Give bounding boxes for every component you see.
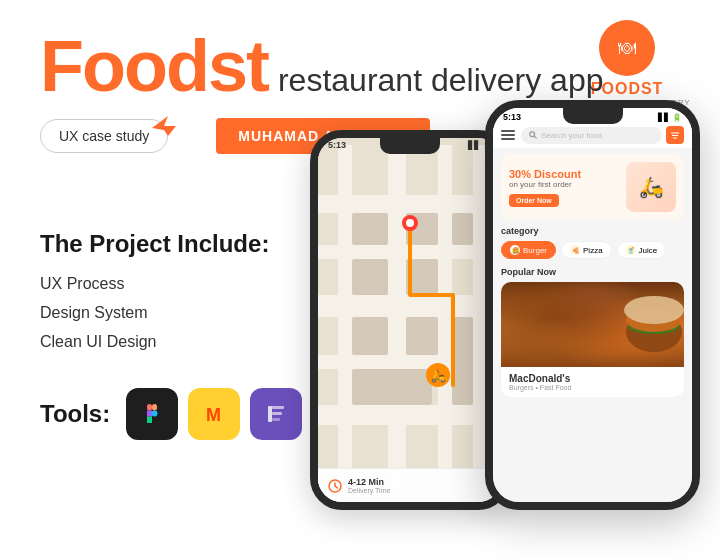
home-screen: 5:13 ▋▋ 🔋 Search your — [493, 108, 692, 502]
svg-rect-21 — [388, 145, 406, 495]
chip-juice[interactable]: 🥤 Juice — [617, 241, 667, 259]
menu-line-1 — [501, 130, 515, 132]
svg-rect-7 — [147, 417, 152, 424]
svg-rect-24 — [352, 213, 388, 245]
svg-point-6 — [152, 411, 158, 417]
battery-signal: ▋▋ 🔋 — [658, 113, 682, 122]
svg-line-41 — [534, 136, 536, 138]
svg-rect-4 — [152, 404, 157, 411]
discount-sub: on your first order — [509, 180, 581, 189]
svg-rect-32 — [452, 317, 473, 405]
status-time-front: 5:13 — [503, 112, 521, 122]
juice-icon-chip: 🥤 — [626, 245, 636, 255]
svg-rect-5 — [147, 411, 152, 417]
food-card-macdonalds[interactable]: MacDonald's Burgers • Fast Food — [501, 282, 684, 397]
arrow-icon — [152, 116, 176, 140]
discount-percent: 30% Discount — [509, 168, 581, 180]
map-svg: 🛵 — [318, 138, 502, 502]
svg-line-39 — [335, 486, 338, 488]
category-chips: 🍔 Burger 🍕 Pizza 🥤 Juice — [501, 241, 684, 259]
page-wrapper: 🍽 FOODST FAST FOOD . FAST DELIVERY Foods… — [0, 0, 720, 560]
pizza-icon-chip: 🍕 — [570, 245, 580, 255]
popular-label: Popular Now — [501, 267, 684, 277]
svg-rect-31 — [352, 369, 432, 405]
chip-burger[interactable]: 🍔 Burger — [501, 241, 556, 259]
discount-text-section: 30% Discount on your first order Order N… — [509, 168, 581, 207]
chip-juice-label: Juice — [639, 246, 658, 255]
svg-rect-30 — [452, 213, 473, 245]
restaurant-tags: Burgers • Fast Food — [509, 384, 676, 391]
menu-line-3 — [501, 138, 515, 140]
filter-icon[interactable] — [666, 126, 684, 144]
delivery-info: 4-12 Min Delivery Time — [328, 477, 492, 494]
filter-svg — [670, 130, 680, 140]
svg-rect-22 — [438, 145, 452, 495]
svg-marker-2 — [152, 116, 176, 136]
delivery-time-info: 4-12 Min Delivery Time — [348, 477, 390, 494]
popular-section: Popular Now — [493, 259, 692, 397]
home-top-bar: Search your food — [493, 122, 692, 148]
ux-case-study-badge[interactable]: UX case study — [40, 119, 168, 153]
svg-rect-26 — [352, 259, 388, 295]
food-image — [501, 282, 684, 367]
order-now-button[interactable]: Order Now — [509, 194, 559, 207]
svg-rect-28 — [352, 317, 388, 355]
status-time-back: 5:13 — [328, 140, 346, 150]
chip-pizza-label: Pizza — [583, 246, 603, 255]
clock-icon — [328, 479, 342, 493]
svg-rect-9 — [268, 406, 272, 422]
figma-icon — [126, 388, 178, 440]
svg-point-34 — [406, 219, 414, 227]
chip-burger-label: Burger — [523, 246, 547, 255]
phone-notch-front — [563, 108, 623, 124]
delivery-time: 4-12 Min — [348, 477, 390, 487]
menu-line-2 — [501, 134, 515, 136]
delivery-illustration: 🛵 — [626, 162, 676, 212]
svg-rect-3 — [147, 404, 152, 411]
svg-point-48 — [624, 296, 684, 324]
title-foodst: Foodst — [40, 30, 268, 102]
hamburger-menu-icon[interactable] — [501, 130, 515, 140]
category-label: category — [501, 226, 684, 236]
map-screen: 5:13 ▋▋ 🔋 — [318, 138, 502, 502]
ux-badge-label: UX case study — [59, 128, 149, 144]
svg-rect-29 — [406, 317, 438, 355]
category-section: category 🍔 Burger 🍕 Pizza 🥤 Juice — [493, 226, 692, 259]
delivery-label: Delivery Time — [348, 487, 390, 494]
phones-container: 5:13 ▋▋ 🔋 — [280, 100, 700, 520]
burger-icon-chip: 🍔 — [510, 245, 520, 255]
svg-text:🛵: 🛵 — [431, 368, 446, 383]
phone-notch-back — [380, 138, 440, 154]
search-placeholder: Search your food — [541, 131, 602, 140]
miro-icon: M — [188, 388, 240, 440]
tools-label: Tools: — [40, 400, 110, 428]
discount-banner: 30% Discount on your first order Order N… — [501, 154, 684, 220]
phone-front: 5:13 ▋▋ 🔋 Search your — [485, 100, 700, 510]
title-row: Foodst restaurant delivery app — [40, 30, 680, 102]
burger-illustration — [594, 282, 684, 367]
restaurant-name: MacDonald's — [509, 373, 676, 384]
phone-back: 5:13 ▋▋ 🔋 — [310, 130, 510, 510]
food-info: MacDonald's Burgers • Fast Food — [501, 367, 684, 397]
search-icon — [529, 131, 537, 139]
chip-pizza[interactable]: 🍕 Pizza — [561, 241, 612, 259]
restaurant-tags-text: Burgers • Fast Food — [509, 384, 571, 391]
svg-text:M: M — [206, 405, 221, 425]
phone-bottom-bar: 4-12 Min Delivery Time — [318, 468, 502, 502]
title-subtitle: restaurant delivery app — [278, 64, 604, 96]
search-bar[interactable]: Search your food — [521, 127, 662, 144]
svg-rect-20 — [338, 145, 352, 495]
